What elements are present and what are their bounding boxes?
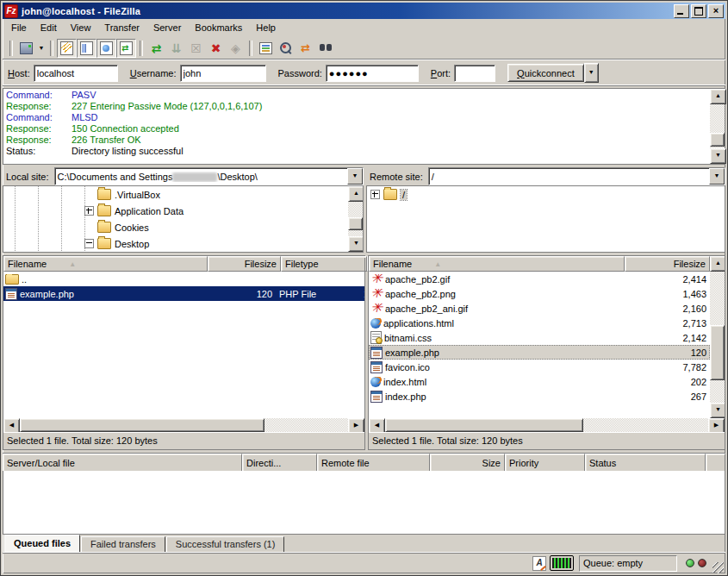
reconnect-icon: ◈ — [231, 42, 240, 54]
toggle-remote-tree-button[interactable] — [96, 39, 116, 58]
site-manager-button[interactable] — [16, 39, 36, 58]
expander-icon[interactable] — [84, 206, 94, 216]
log-scrollbar[interactable]: ▲ ▼ — [710, 89, 725, 164]
file-row[interactable]: apache_pb2_ani.gif2,160 — [369, 301, 710, 316]
scrollbar-thumb[interactable] — [348, 217, 363, 230]
file-row-selected[interactable]: example.php 120 PHP File 1 — [3, 286, 364, 301]
column-filetype[interactable]: Filetype — [281, 256, 367, 272]
tab-queued-files[interactable]: Queued files — [4, 535, 80, 552]
file-row[interactable]: index.html202 — [369, 374, 710, 389]
resize-grip[interactable] — [712, 562, 724, 573]
quickconnect-button[interactable]: Quickconnect — [507, 64, 584, 82]
column-direction[interactable]: Directi... — [242, 454, 317, 473]
file-row[interactable]: bitnami.css2,142 — [369, 330, 710, 345]
menu-transfer[interactable]: Transfer — [97, 21, 146, 34]
tab-failed-transfers[interactable]: Failed transfers — [81, 536, 165, 552]
cancel-operation-button[interactable]: ☒ — [186, 39, 206, 58]
remote-list-hscrollbar[interactable]: ◀ ▶ — [369, 418, 725, 432]
scroll-down-icon[interactable]: ▼ — [710, 403, 725, 418]
tab-successful-transfers[interactable]: Successful transfers (1) — [166, 536, 285, 552]
local-path-combo[interactable]: C:\Documents and Settings\Desktop\ ▼ — [54, 167, 364, 185]
scroll-down-icon[interactable]: ▼ — [348, 236, 364, 252]
maximize-button[interactable] — [691, 4, 706, 18]
local-tree-scrollbar[interactable]: ▲ ▼ — [348, 186, 363, 252]
quickconnect-dropdown[interactable]: ▼ — [584, 63, 599, 83]
scrollbar-thumb[interactable] — [710, 325, 725, 380]
column-size[interactable]: Size — [430, 454, 505, 473]
column-server-local-file[interactable]: Server/Local file — [3, 454, 242, 473]
file-row[interactable]: apache_pb2.png1,463 — [369, 286, 710, 301]
speed-limit-icon[interactable] — [550, 555, 574, 571]
scroll-up-icon[interactable]: ▲ — [348, 186, 364, 202]
remote-path-combo[interactable]: / ▼ — [428, 167, 725, 185]
column-filesize[interactable]: Filesize — [208, 256, 281, 272]
synchronized-browsing-button[interactable]: ⇄ — [296, 39, 315, 58]
expander-icon[interactable] — [370, 190, 380, 199]
file-row[interactable]: applications.html2,713 — [369, 316, 710, 330]
toggle-message-log-button[interactable] — [57, 39, 77, 58]
username-input[interactable] — [180, 65, 266, 82]
column-filesize[interactable]: Filesize — [625, 256, 710, 272]
menu-help[interactable]: Help — [249, 21, 283, 34]
close-button[interactable]: × — [708, 4, 724, 18]
column-priority[interactable]: Priority — [505, 454, 585, 473]
menu-file[interactable]: File — [4, 21, 34, 34]
menu-bookmarks[interactable]: Bookmarks — [188, 21, 249, 34]
column-status[interactable]: Status — [585, 454, 706, 473]
file-row-selected[interactable]: example.php120 — [369, 345, 710, 360]
file-row[interactable]: apache_pb2.gif2,414 — [369, 272, 710, 286]
column-filename[interactable]: Filename▲ — [369, 256, 625, 272]
tree-item[interactable]: Application Data — [3, 203, 348, 219]
menu-edit[interactable]: Edit — [34, 21, 64, 34]
port-label: Port: — [431, 68, 451, 78]
tree-item[interactable]: / — [367, 186, 725, 203]
site-manager-dropdown[interactable]: ▼ — [36, 39, 47, 58]
local-tree: .VirtualBox Application Data Cookies Des… — [3, 185, 364, 253]
minimize-button[interactable] — [674, 4, 689, 18]
tree-item[interactable]: .VirtualBox — [3, 186, 348, 203]
title-bar[interactable]: Fz john@localhost - FileZilla × — [3, 3, 725, 19]
toggle-transfer-queue-button[interactable] — [116, 39, 136, 58]
queue-header: Server/Local file Directi... Remote file… — [3, 453, 725, 471]
process-queue-button[interactable]: ⇊ — [166, 39, 186, 58]
remote-status-text: Selected 1 file. Total size: 120 bytes — [369, 432, 725, 449]
menu-server[interactable]: Server — [146, 21, 188, 34]
scrollbar-thumb[interactable] — [385, 418, 583, 432]
scrollbar-thumb[interactable] — [710, 133, 725, 147]
filter-icon — [259, 42, 272, 54]
file-row[interactable]: .. — [3, 272, 364, 286]
host-input[interactable] — [34, 65, 118, 82]
expander-icon[interactable] — [84, 239, 94, 248]
folder-icon — [5, 274, 19, 285]
folder-icon — [97, 222, 111, 233]
port-input[interactable] — [454, 65, 495, 82]
host-label: Host: — [8, 68, 30, 78]
scroll-down-icon[interactable]: ▼ — [710, 148, 726, 164]
tree-item[interactable]: Cookies — [3, 219, 348, 235]
menu-view[interactable]: View — [64, 21, 98, 34]
find-files-button[interactable] — [315, 39, 335, 58]
toggle-local-tree-button[interactable] — [77, 39, 96, 58]
reconnect-button[interactable]: ◈ — [226, 39, 246, 58]
combo-dropdown-icon[interactable]: ▼ — [347, 168, 363, 185]
combo-dropdown-icon[interactable]: ▼ — [709, 168, 725, 185]
refresh-button[interactable]: ⇄ — [146, 39, 166, 58]
local-list-hscrollbar[interactable]: ◀ ▶ — [3, 418, 364, 432]
column-remote-file[interactable]: Remote file — [317, 454, 430, 473]
filter-button[interactable] — [256, 39, 276, 58]
scroll-up-icon[interactable]: ▲ — [710, 89, 726, 104]
scroll-up-icon[interactable]: ▲ — [710, 256, 725, 272]
disconnect-button[interactable]: ✖ — [206, 39, 226, 58]
file-row[interactable]: favicon.ico7,782 — [369, 360, 710, 374]
data-type-indicator-icon[interactable]: A — [532, 556, 546, 571]
directory-comparison-button[interactable] — [276, 39, 296, 58]
tree-item[interactable]: Desktop — [3, 235, 348, 252]
file-row[interactable]: index.php267 — [369, 389, 710, 404]
column-filename[interactable]: Filename▲ — [3, 256, 208, 272]
password-label: Password: — [278, 68, 322, 78]
password-input[interactable] — [326, 65, 419, 82]
php-file-icon — [370, 347, 383, 359]
remote-list-scrollbar[interactable]: ▲ ▼ — [710, 256, 725, 418]
image-file-icon — [370, 304, 383, 314]
scrollbar-thumb[interactable] — [20, 418, 264, 432]
